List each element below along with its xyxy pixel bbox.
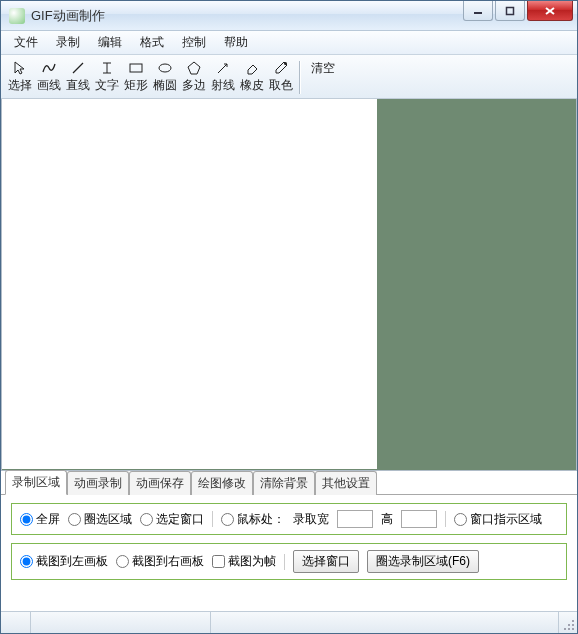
svg-line-11 [218,64,227,73]
divider [445,511,446,527]
radio-cap-right-input[interactable] [116,555,129,568]
radio-cap-left-input[interactable] [20,555,33,568]
menu-format[interactable]: 格式 [131,31,173,54]
menu-help[interactable]: 帮助 [215,31,257,54]
status-cell-2 [31,612,211,633]
tab-clear-bg[interactable]: 清除背景 [253,471,315,495]
rec-width-label: 录取宽 [293,511,329,528]
svg-line-4 [73,63,83,73]
curve-icon [39,59,59,77]
region-group: 全屏 圈选区域 选定窗口 鼠标处： 录取宽 高 窗口指示区域 [11,503,567,535]
clear-label: 清空 [311,60,335,77]
app-window: GIF动画制作 文件 录制 编辑 格式 控制 帮助 选择 画线 [0,0,578,634]
polygon-icon [184,59,204,77]
menu-control[interactable]: 控制 [173,31,215,54]
ray-icon [213,59,233,77]
resize-grip[interactable] [559,612,577,633]
radio-fixedwin-input[interactable] [140,513,153,526]
svg-point-16 [564,628,566,630]
minimize-icon [473,6,483,16]
tool-picker[interactable]: 取色 [266,57,295,98]
svg-point-12 [284,62,287,65]
rec-height-label: 高 [381,511,393,528]
toolbar-separator [299,61,301,94]
tab-content-record-area: 全屏 圈选区域 选定窗口 鼠标处： 录取宽 高 窗口指示区域 [1,495,577,596]
text-icon [97,59,117,77]
menu-edit[interactable]: 编辑 [89,31,131,54]
check-cap-frame-input[interactable] [212,555,225,568]
eyedropper-icon [271,59,291,77]
radio-mouse-at-input[interactable] [221,513,234,526]
svg-point-15 [572,624,574,626]
tab-other[interactable]: 其他设置 [315,471,377,495]
radio-boxselect[interactable]: 圈选区域 [68,511,132,528]
svg-point-13 [572,628,574,630]
toolbar: 选择 画线 直线 文字 矩形 椭圆 多边 射线 [1,55,577,99]
svg-rect-1 [507,7,514,14]
app-icon [9,8,25,24]
tool-rect[interactable]: 矩形 [121,57,150,98]
canvas-area [1,99,577,471]
svg-marker-10 [188,62,200,74]
divider [212,511,213,527]
tool-text[interactable]: 文字 [92,57,121,98]
tool-line[interactable]: 直线 [63,57,92,98]
radio-fullscreen-input[interactable] [20,513,33,526]
radio-fixedwin[interactable]: 选定窗口 [140,511,204,528]
menu-file[interactable]: 文件 [5,31,47,54]
choose-window-button[interactable]: 选择窗口 [293,550,359,573]
radio-boxselect-input[interactable] [68,513,81,526]
line-icon [68,59,88,77]
radio-cap-left[interactable]: 截图到左画板 [20,553,108,570]
titlebar: GIF动画制作 [1,1,577,31]
tab-draw-modify[interactable]: 绘图修改 [191,471,253,495]
radio-fullscreen[interactable]: 全屏 [20,511,60,528]
svg-point-14 [568,628,570,630]
radio-win-indicator-input[interactable] [454,513,467,526]
svg-point-17 [568,624,570,626]
statusbar [1,611,577,633]
capture-group: 截图到左画板 截图到右画板 截图为帧 选择窗口 圈选录制区域(F6) [11,543,567,580]
radio-cap-right[interactable]: 截图到右画板 [116,553,204,570]
tool-select[interactable]: 选择 [5,57,34,98]
check-cap-frame[interactable]: 截图为帧 [212,553,276,570]
divider [284,554,285,570]
maximize-button[interactable] [495,1,525,21]
tool-curve[interactable]: 画线 [34,57,63,98]
radio-win-indicator[interactable]: 窗口指示区域 [454,511,542,528]
tabstrip: 录制区域 动画录制 动画保存 绘图修改 清除背景 其他设置 [1,473,577,495]
tab-anim-save[interactable]: 动画保存 [129,471,191,495]
tool-eraser[interactable]: 橡皮 [237,57,266,98]
tab-record-area[interactable]: 录制区域 [5,470,67,495]
tool-polygon[interactable]: 多边 [179,57,208,98]
window-title: GIF动画制作 [31,7,463,25]
grip-icon [563,619,575,631]
maximize-icon [505,6,515,16]
status-cell-1 [1,612,31,633]
rec-height-input[interactable] [401,510,437,528]
tab-anim-record[interactable]: 动画录制 [67,471,129,495]
window-buttons [463,1,577,30]
svg-rect-8 [130,64,142,72]
canvas[interactable] [2,99,377,469]
rec-width-input[interactable] [337,510,373,528]
boxselect-region-button[interactable]: 圈选录制区域(F6) [367,550,479,573]
tool-ellipse[interactable]: 椭圆 [150,57,179,98]
radio-mouse-at[interactable]: 鼠标处： [221,511,285,528]
tool-clear[interactable]: 清空 [305,57,341,98]
rect-icon [126,59,146,77]
minimize-button[interactable] [463,1,493,21]
cursor-icon [10,59,30,77]
status-cell-3 [211,612,559,633]
tool-ray[interactable]: 射线 [208,57,237,98]
svg-point-18 [572,620,574,622]
close-button[interactable] [527,1,573,21]
menubar: 文件 录制 编辑 格式 控制 帮助 [1,31,577,55]
ellipse-icon [155,59,175,77]
svg-point-9 [159,64,171,72]
eraser-icon [242,59,262,77]
menu-record[interactable]: 录制 [47,31,89,54]
close-icon [544,6,556,16]
